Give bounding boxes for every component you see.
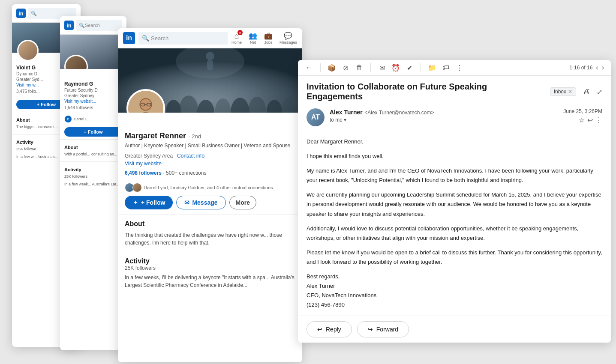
email-pagination: 1-16 of 16 ‹ › [569,64,604,72]
more-vert-button[interactable]: ⋮ [455,63,464,72]
expand-to-button[interactable]: ▾ [344,117,346,123]
more-button-3[interactable]: More [229,196,256,209]
about-title-2: About [60,141,126,152]
inbox-label: Inbox [554,89,566,95]
activity-text-2: In a few week... Australia's Lar... [60,182,126,190]
new-window-button[interactable]: ⤢ [597,88,602,96]
mutual-avatar-3-2 [132,183,142,192]
email-date: June 25, 3:26PM [563,108,602,114]
reply-button-top[interactable]: ↩ [587,116,593,124]
linkedin-logo-1: in [16,9,26,18]
email-toolbar: ← 📦 ⊘ 🗑 ✉ ⏰ ✔ 📁 🏷 ⋮ 1-16 of 16 ‹ › [298,60,611,76]
search-icon-1: 🔍 [31,11,37,16]
sender-initials: AT [311,113,320,121]
sender-to-label: to me [330,117,343,123]
email-line-1: I hope this email finds you well. [306,152,602,161]
print-button[interactable]: 🖨 [583,88,590,95]
label-button[interactable]: 🏷 [442,63,450,72]
mark-unread-button[interactable]: ✉ [378,63,386,72]
prev-page-button[interactable]: ‹ [596,64,598,72]
nav-messages-3[interactable]: 💬 Messages [279,32,297,45]
email-greeting: Dear Margaret Renner, [306,137,602,146]
forward-label: Forward [376,326,398,333]
message-button-3[interactable]: ✉ Message [176,196,225,209]
email-meta-icons: ☆ ↩ ⋮ [579,116,602,124]
email-body: Dear Margaret Renner, I hope this email … [298,130,611,316]
mutual-row-3: Darrel Lynd, Lindsay Goldner, and 4 othe… [118,181,302,196]
email-card: ← 📦 ⊘ 🗑 ✉ ⏰ ✔ 📁 🏷 ⋮ 1-16 of 16 ‹ › Invit… [298,60,611,343]
linkedin-logo-3: in [123,32,135,44]
more-options-button[interactable]: ⋮ [595,116,602,124]
profile-website-2[interactable]: Visit my websit... [64,99,122,104]
nav-network-3[interactable]: 👥 Net [249,32,257,45]
profile-headline-3: Author | Keynote Speaker | Small Busines… [125,142,295,149]
search-placeholder-2: Search [85,23,100,28]
email-sender-row: AT Alex Turner <Alex Turner@novatech.com… [298,105,611,130]
archive-button[interactable]: 📦 [328,63,336,72]
activity-followers-3: 25K followers [125,265,295,271]
svg-point-12 [206,52,214,60]
about-section-3: About The thinking that created the chal… [118,215,302,252]
task-button[interactable]: ✔ [405,63,414,72]
reply-label: Reply [326,326,341,333]
snooze-button[interactable]: ⏰ [391,63,400,72]
followers-row-3: 6,498 followers · 500+ connections [125,170,295,176]
profile-location-3: Greater Sydney Area [125,153,173,159]
about-text-3: The thinking that created the challenges… [125,231,295,247]
activity-title-2: Activity [60,164,126,174]
about-text-2: With a portfol... consulting an... [60,152,126,160]
avatar-1 [17,40,39,61]
pagination-text: 1-16 of 16 [569,65,592,71]
mutual-avatar-1: D [64,115,72,123]
profile-name-3: Margaret Renner [125,131,186,140]
followers-count-3: 6,498 followers [125,170,162,176]
inbox-badge: Inbox ✕ [550,87,576,96]
next-page-button[interactable]: › [602,64,604,72]
message-icon-3: ✉ [184,199,189,206]
toolbar-sep-1 [320,63,321,72]
nav-jobs-3[interactable]: 💼 Jobs [264,32,273,45]
plus-icon-3: ＋ [132,199,138,206]
avatar-image-1 [18,41,37,60]
delete-button[interactable]: 🗑 [355,63,364,72]
sender-name: Alex Turner [330,109,363,116]
nav-home-3[interactable]: ⌂ 9 Home [231,32,242,45]
sender-email: <Alex Turner@novatech.com> [364,110,434,116]
profile-title-2: Future Security D [64,88,122,92]
activity-followers-2: 25K followers [60,174,126,182]
mutual-text-3: Darrel Lynd, Lindsay Goldner, and 4 othe… [144,185,273,190]
sender-name-row: Alex Turner <Alex Turner@novatech.com> [330,108,563,116]
email-subject-row: Invitation to Collaborate on Future Spea… [298,76,611,105]
forward-arrow-icon: ↪ [368,326,373,333]
sender-to-row: to me ▾ [330,117,563,123]
sender-avatar: AT [306,108,325,126]
nav-messages-label-3: Messages [279,40,297,45]
search-bar-2[interactable]: 🔍 Search [76,20,122,31]
follow-label-3: + Follow [141,199,165,206]
email-line-2: My name is Alex Turner, and and I'm the … [306,166,602,185]
star-button[interactable]: ☆ [579,116,585,124]
search-icon-2: 🔍 [79,23,85,28]
report-button[interactable]: ⊘ [341,63,350,72]
divider-3 [60,139,126,140]
home-badge-3: 9 [237,30,243,35]
back-button[interactable]: ← [305,63,313,72]
search-icon-3: 🔍 [142,35,149,42]
contact-info-link-3[interactable]: Contact info [177,153,204,159]
home-icon-3: ⌂ 9 [232,32,241,40]
reply-button[interactable]: ↩ Reply [306,321,352,337]
action-row-3: ＋ + Follow ✉ Message More [118,196,302,215]
forward-button[interactable]: ↪ Forward [357,321,409,337]
move-button[interactable]: 📁 [428,63,436,72]
follow-button-3[interactable]: ＋ + Follow [125,196,173,209]
nav-jobs-label-3: Jobs [264,40,272,45]
mutual-text-2: Darrel L... [74,117,91,121]
follow-button-2[interactable]: + Follow [64,127,122,137]
search-bar-3[interactable]: 🔍 Search [138,32,228,45]
linkedin-logo-2: in [64,21,74,30]
email-line-4: Additionally, I would love to discuss po… [306,224,602,243]
inbox-close-button[interactable]: ✕ [568,89,572,95]
profile-name-2: Raymond G [64,81,122,87]
profile-website-3[interactable]: Visit my website [125,161,295,167]
li-header-2: in 🔍 Search [60,16,126,35]
